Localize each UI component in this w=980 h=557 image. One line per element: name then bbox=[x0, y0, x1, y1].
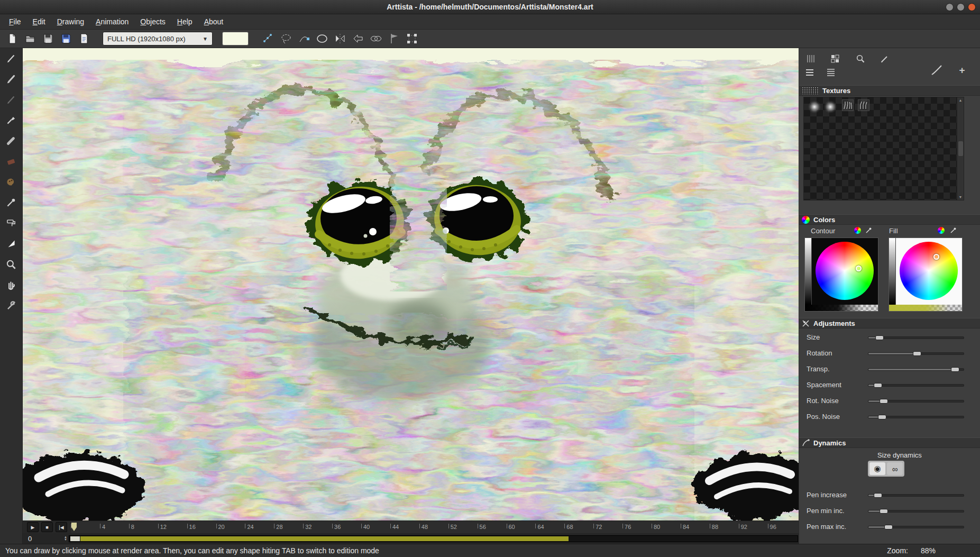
slider-thumb[interactable] bbox=[880, 509, 888, 514]
background-color-swatch[interactable] bbox=[222, 32, 249, 45]
contour-color-indicator[interactable] bbox=[856, 266, 862, 271]
slider-track[interactable] bbox=[868, 494, 964, 497]
paint-roller-tool[interactable] bbox=[5, 217, 17, 229]
textures-list[interactable]: ▲ ▼ bbox=[803, 97, 964, 200]
textures-header[interactable]: Textures bbox=[799, 85, 980, 96]
dynamics-header[interactable]: Dynamics bbox=[799, 437, 980, 448]
playhead-cell[interactable] bbox=[70, 536, 80, 541]
lasso-select-button[interactable] bbox=[278, 31, 294, 46]
texture-thumb-fur-1[interactable] bbox=[842, 99, 854, 111]
wrench-tool[interactable] bbox=[5, 300, 17, 312]
curve-tool-button[interactable] bbox=[296, 31, 312, 46]
hand-tool[interactable] bbox=[5, 279, 17, 291]
pen-tool[interactable] bbox=[5, 114, 17, 126]
slider-track[interactable] bbox=[868, 416, 964, 418]
fill-hue-wheel[interactable] bbox=[900, 242, 958, 300]
fill-color-picker[interactable] bbox=[889, 238, 963, 312]
slider-track[interactable] bbox=[868, 336, 964, 339]
add-button[interactable]: + bbox=[956, 64, 968, 77]
frame-spinner[interactable]: ▲ ▼ bbox=[62, 536, 69, 541]
flip-horizontal-button[interactable] bbox=[332, 31, 348, 46]
scroll-down-icon[interactable]: ▼ bbox=[959, 195, 963, 199]
texture-thumb-dot-1[interactable] bbox=[808, 101, 821, 113]
menu-edit[interactable]: Edit bbox=[27, 15, 51, 28]
export-button[interactable] bbox=[76, 31, 92, 46]
timeline-ruler[interactable]: 0481216202428323640444852566064687276808… bbox=[71, 521, 799, 533]
textures-scrollbar[interactable]: ▲ ▼ bbox=[957, 97, 964, 200]
pencil-tool[interactable] bbox=[5, 52, 17, 64]
contour-alpha-bar[interactable] bbox=[805, 305, 878, 311]
slider-thumb[interactable] bbox=[880, 399, 888, 404]
brush-tool[interactable] bbox=[5, 73, 17, 85]
node-select-button[interactable] bbox=[260, 31, 276, 46]
slider-thumb[interactable] bbox=[875, 335, 884, 340]
menu-file[interactable]: File bbox=[3, 15, 27, 28]
spinner-down-icon[interactable]: ▼ bbox=[64, 538, 67, 541]
slider-thumb[interactable] bbox=[913, 351, 921, 356]
slider-thumb[interactable] bbox=[878, 415, 886, 419]
slider-track[interactable] bbox=[868, 526, 964, 528]
knife-tool[interactable] bbox=[5, 238, 17, 250]
title-bar[interactable]: Arttista - /home/helmuth/Documentos/Artt… bbox=[0, 0, 980, 14]
list-detailed-view-button[interactable] bbox=[825, 66, 837, 79]
size-dynamics-infinite-button[interactable]: ∞ bbox=[887, 462, 903, 475]
fill-alpha-bar[interactable] bbox=[889, 305, 962, 311]
fill-color-indicator[interactable] bbox=[933, 254, 939, 260]
flag-shape-button[interactable] bbox=[386, 31, 402, 46]
minimize-button[interactable] bbox=[946, 3, 954, 11]
list-compact-view-button[interactable] bbox=[803, 66, 816, 79]
fill-dropper-icon[interactable] bbox=[949, 226, 957, 234]
fill-value-strip[interactable] bbox=[889, 238, 896, 305]
size-dynamics-fixed-button[interactable]: ◉ bbox=[869, 462, 885, 475]
resolution-dropdown[interactable]: FULL HD (1920x1080 px) ▼ bbox=[103, 32, 213, 45]
stroke-preview-button[interactable] bbox=[930, 64, 943, 77]
slider-thumb[interactable] bbox=[874, 493, 882, 498]
colors-header[interactable]: Colors bbox=[799, 214, 980, 225]
slider-track[interactable] bbox=[868, 510, 964, 513]
maximize-button[interactable] bbox=[957, 3, 965, 11]
palette-tool[interactable] bbox=[5, 176, 17, 188]
slider-thumb[interactable] bbox=[884, 525, 893, 529]
menu-about[interactable]: About bbox=[198, 15, 230, 28]
slider-track[interactable] bbox=[868, 384, 964, 387]
arrow-shape-button[interactable] bbox=[350, 31, 366, 46]
contour-value-strip[interactable] bbox=[805, 238, 812, 305]
adjustments-header[interactable]: Adjustments bbox=[799, 318, 980, 328]
fill-wheel-mode-icon[interactable] bbox=[938, 227, 945, 234]
slider-track[interactable] bbox=[868, 368, 964, 371]
drawing-canvas[interactable] bbox=[23, 48, 799, 521]
new-document-button[interactable] bbox=[4, 31, 20, 46]
contour-color-picker[interactable] bbox=[804, 238, 878, 312]
menu-drawing[interactable]: Drawing bbox=[51, 15, 90, 28]
stop-button[interactable]: ■ bbox=[41, 522, 53, 532]
slider-thumb[interactable] bbox=[951, 367, 959, 372]
soft-pencil-tool[interactable] bbox=[5, 94, 17, 105]
scroll-up-icon[interactable]: ▲ bbox=[959, 98, 963, 102]
grid-vertical-view-button[interactable] bbox=[804, 52, 817, 65]
menu-help[interactable]: Help bbox=[171, 15, 198, 28]
marker-tool[interactable] bbox=[5, 135, 17, 147]
zoom-tool[interactable] bbox=[5, 259, 17, 270]
scrollbar-thumb[interactable] bbox=[958, 141, 963, 156]
save-as-button[interactable] bbox=[58, 31, 74, 46]
contour-wheel-mode-icon[interactable] bbox=[854, 227, 861, 234]
frame-counter[interactable]: 0 bbox=[23, 535, 62, 543]
panel-search-button[interactable] bbox=[854, 52, 867, 65]
ellipse-pair-button[interactable] bbox=[368, 31, 384, 46]
texture-thumb-dot-2[interactable] bbox=[824, 101, 837, 113]
ellipse-tool-button[interactable] bbox=[314, 31, 330, 46]
play-button[interactable]: ▶ bbox=[27, 522, 39, 532]
slider-thumb[interactable] bbox=[874, 383, 882, 388]
close-button[interactable] bbox=[968, 3, 976, 11]
panel-edit-button[interactable] bbox=[878, 52, 891, 65]
slider-track[interactable] bbox=[868, 400, 964, 403]
contour-dropper-icon[interactable] bbox=[865, 226, 873, 234]
slider-track[interactable] bbox=[868, 352, 964, 355]
menu-animation[interactable]: Animation bbox=[90, 15, 134, 28]
eyedropper-tool[interactable] bbox=[5, 197, 17, 208]
transform-corners-button[interactable] bbox=[404, 31, 420, 46]
timeline-progress-track[interactable] bbox=[69, 535, 798, 542]
texture-thumb-fur-2[interactable] bbox=[858, 99, 869, 111]
contour-hue-wheel[interactable] bbox=[816, 242, 874, 300]
grid-checker-view-button[interactable] bbox=[829, 52, 841, 65]
